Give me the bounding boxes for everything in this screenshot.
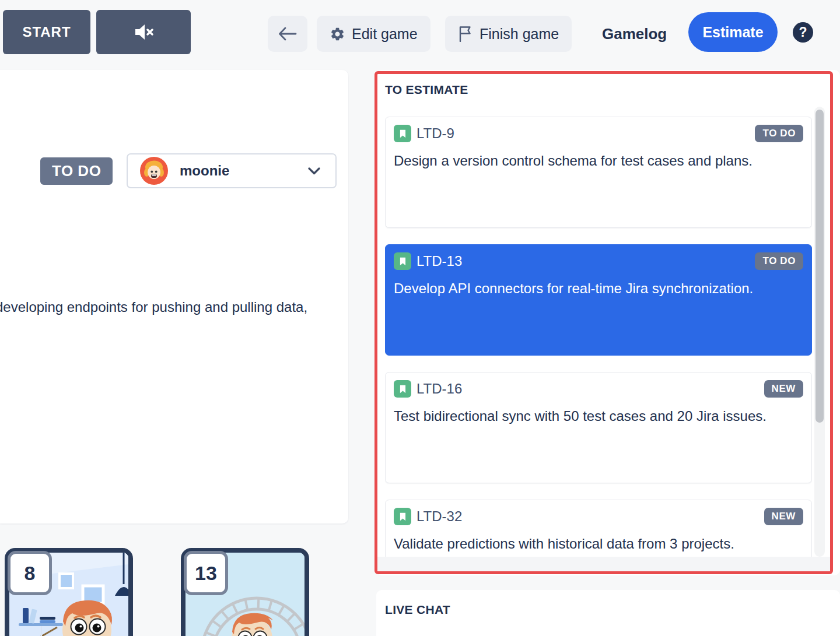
issue-description: Design a version control schema for test… xyxy=(394,149,803,173)
finish-game-label: Finish game xyxy=(480,26,559,43)
chat-panel: LIVE CHAT xyxy=(376,590,840,636)
mute-button[interactable] xyxy=(96,10,191,54)
issue-key: LTD-13 xyxy=(416,253,462,269)
issue-status-badge: TO DO xyxy=(755,252,803,270)
issue-status-badge: NEW xyxy=(764,380,803,398)
gear-icon xyxy=(330,26,345,42)
issue-key: LTD-16 xyxy=(416,381,462,397)
estimate-list[interactable]: LTD-9 TO DO Design a version control sch… xyxy=(385,107,812,557)
back-button[interactable] xyxy=(268,16,307,52)
issue-description: Validate predictions with historical dat… xyxy=(394,532,803,556)
flag-icon xyxy=(458,26,473,42)
poker-card-8[interactable]: 8 xyxy=(5,548,133,636)
scrollbar-thumb[interactable] xyxy=(816,110,824,423)
chevron-down-icon xyxy=(308,167,320,175)
estimate-button[interactable]: Estimate xyxy=(688,12,778,52)
question-mark-icon: ? xyxy=(799,24,807,40)
gamelog-link[interactable]: Gamelog xyxy=(602,16,667,52)
bookmark-icon xyxy=(394,380,411,398)
issue-status-badge: TO DO xyxy=(755,125,803,142)
estimate-item-card[interactable]: LTD-9 TO DO Design a version control sch… xyxy=(385,117,812,228)
player-dropdown[interactable]: moonie xyxy=(127,153,337,188)
muted-speaker-icon xyxy=(132,23,155,41)
issue-status-badge: NEW xyxy=(764,508,803,525)
estimate-item-card[interactable]: LTD-13 TO DO Develop API connectors for … xyxy=(385,244,812,356)
story-status-badge: TO DO xyxy=(40,157,113,185)
edit-game-label: Edit game xyxy=(352,26,418,43)
estimate-item-card[interactable]: LTD-32 NEW Validate predictions with his… xyxy=(385,500,812,557)
arrow-left-icon xyxy=(278,26,298,41)
start-button[interactable]: START xyxy=(3,10,90,54)
player-name: moonie xyxy=(180,163,229,179)
card-value-badge: 13 xyxy=(184,551,228,595)
estimate-item-card[interactable]: LTD-16 NEW Test bidirectional sync with … xyxy=(385,372,812,483)
issue-key: LTD-32 xyxy=(416,508,462,525)
estimate-panel: TO ESTIMATE LTD-9 TO DO Design a version… xyxy=(374,71,833,574)
issue-description: Develop API connectors for real-time Jir… xyxy=(394,277,803,300)
estimate-panel-footer xyxy=(377,557,830,571)
bookmark-icon xyxy=(394,125,411,142)
edit-game-button[interactable]: Edit game xyxy=(317,16,430,52)
help-button[interactable]: ? xyxy=(793,22,813,43)
estimate-panel-title: TO ESTIMATE xyxy=(385,83,468,97)
issue-description: Test bidirectional sync with 50 test cas… xyxy=(394,405,803,428)
avatar-moonie xyxy=(140,157,168,185)
card-value-badge: 8 xyxy=(8,551,52,595)
bookmark-icon xyxy=(394,252,411,270)
story-panel: TO DO moonie developing endpoints for pu… xyxy=(0,70,348,523)
bookmark-icon xyxy=(394,508,411,525)
finish-game-button[interactable]: Finish game xyxy=(445,16,572,52)
story-description: developing endpoints for pushing and pul… xyxy=(0,299,357,315)
issue-key: LTD-9 xyxy=(416,125,454,142)
poker-card-13[interactable]: 13 xyxy=(181,548,309,636)
chat-panel-title: LIVE CHAT xyxy=(385,603,450,617)
